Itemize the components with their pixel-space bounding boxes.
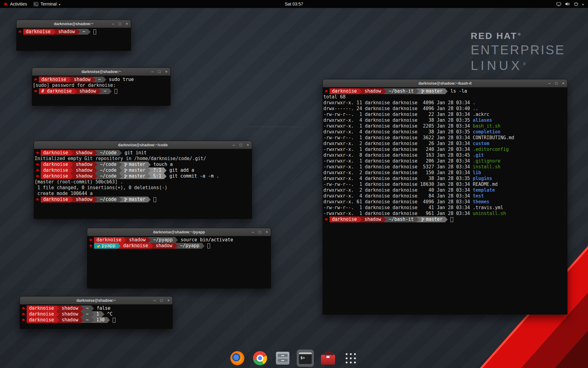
command-text: false: [97, 305, 111, 311]
terminal-line: -rwxrwxr-x. 1 darknoise darknoise 240 Ja…: [323, 147, 567, 152]
close-button[interactable]: [167, 298, 170, 302]
ls-line-meta: drwxrwxr-x. 4 darknoise darknoise 84 Jan…: [323, 193, 473, 199]
file-name: template: [473, 187, 495, 193]
terminal-window[interactable]: darknoise@shadow:~ darknoiseshadow~false…: [20, 296, 173, 329]
prompt-segment: shadow: [59, 311, 81, 317]
powerline-arrow: [359, 217, 362, 222]
window-title: darknoise@shadow:~: [76, 298, 116, 303]
clock[interactable]: Sat 03:57: [282, 0, 306, 8]
powerline-arrow: [56, 317, 59, 323]
maximize-button[interactable]: [119, 22, 121, 26]
prompt-segment: shadow: [56, 29, 77, 35]
window-titlebar[interactable]: darknoise@shadow:~: [17, 20, 131, 28]
close-button[interactable]: [165, 70, 168, 74]
file-name: install.sh: [473, 164, 500, 170]
redhat-prompt-icon: [34, 90, 38, 93]
prompt-segment: darknoise: [27, 317, 56, 323]
terminal-body[interactable]: darknoiseshadow~/codegit initInitialized…: [34, 149, 252, 219]
maximize-button[interactable]: [259, 230, 261, 234]
powerline-arrow: [148, 162, 151, 167]
dock-item-firefox[interactable]: [229, 350, 246, 367]
powerline-arrow: [104, 77, 106, 82]
prompt-segment: ?:1: [151, 167, 164, 173]
powerline-arrow: [202, 243, 205, 249]
close-button[interactable]: [247, 143, 249, 147]
dock-item-terminal[interactable]: [297, 350, 314, 367]
close-button[interactable]: [126, 22, 128, 26]
redhat-prompt-icon: [36, 163, 40, 166]
ls-line-meta: drwxrwxr-x. 4 darknoise darknoise 38 Jan…: [323, 129, 473, 135]
window-title: darknoise@shadow:~: [81, 70, 121, 74]
maximize-button[interactable]: [158, 70, 161, 74]
rhel-wordmark-line1: RED HAT®: [471, 31, 565, 41]
prompt-segment: S:1: [151, 173, 164, 179]
prompt-segment: master: [122, 173, 148, 179]
maximize-button[interactable]: [240, 143, 242, 147]
window-titlebar[interactable]: darknoise@shadow:~/pyapp: [87, 228, 271, 236]
prompt-segment: shadow: [73, 162, 95, 167]
window-titlebar[interactable]: darknoise@shadow:~: [32, 68, 170, 76]
desktop: RED HAT® ENTERPRISE LINUX® Activities Te…: [0, 0, 588, 368]
terminal-body[interactable]: darknoiseshadow~falsedarknoiseshadow~1^C…: [20, 305, 172, 329]
terminal-body[interactable]: darknoiseshadow~/bash-itmasterls -latota…: [323, 87, 567, 314]
minimize-button[interactable]: [153, 298, 156, 302]
powerline-arrow: [148, 173, 151, 179]
terminal-window[interactable]: darknoise@shadow:~ darknoiseshadow~: [16, 20, 131, 51]
powerline-arrow: [56, 311, 59, 317]
terminal-cursor: [153, 197, 156, 202]
window-titlebar[interactable]: darknoise@shadow:~: [20, 297, 172, 305]
branch-icon: [124, 163, 127, 167]
app-menu-terminal[interactable]: Terminal: [30, 0, 64, 8]
system-menu[interactable]: [552, 0, 588, 8]
activities-label: Activities: [10, 2, 27, 6]
terminal-window[interactable]: darknoise@shadow:~ darknoiseshadow~sudo …: [32, 67, 171, 106]
ls-line-meta: drwxrwxr-x. 4 darknoise darknoise 38 Jan…: [323, 176, 473, 182]
terminal-window[interactable]: darknoise@shadow:~/pyapp darknoiseshadow…: [87, 228, 271, 289]
dock-item-files[interactable]: [274, 350, 291, 367]
terminal-line: darknoiseshadow~/codemasterS:1git commit…: [35, 173, 251, 179]
dock-item-chrome[interactable]: [251, 350, 269, 367]
powerline-arrow: [107, 317, 110, 323]
window-titlebar[interactable]: darknoise@shadow:~/code: [34, 141, 252, 149]
output-text: create mode 100644 a: [35, 191, 93, 197]
minimize-button[interactable]: [112, 22, 114, 26]
powerline-arrow: [70, 173, 73, 179]
window-title: darknoise@shadow:~/bash-it: [418, 81, 472, 86]
dock-item-toolbox[interactable]: [319, 350, 337, 367]
command-text: source bin/activate: [181, 237, 233, 243]
chevron-down-icon: [59, 2, 60, 6]
maximize-button[interactable]: [160, 298, 163, 302]
close-button[interactable]: [562, 81, 564, 85]
powerline-arrow: [77, 29, 80, 35]
minimize-button[interactable]: [151, 70, 153, 74]
file-name: CONTRIBUTING.md: [473, 135, 514, 141]
terminal-line: darknoiseshadow~/codemastertouch a: [35, 162, 251, 167]
activities-button[interactable]: Activities: [0, 0, 30, 8]
window-titlebar[interactable]: darknoise@shadow:~/bash-it: [323, 79, 567, 87]
maximize-button[interactable]: [555, 81, 558, 85]
terminal-line: drwxrwxr-x. 11 darknoise darknoise 4096 …: [323, 100, 567, 106]
minimize-button[interactable]: [252, 230, 254, 234]
powerline-arrow: [93, 77, 96, 82]
terminal-window[interactable]: darknoise@shadow:~/bash-it darknoiseshad…: [322, 79, 567, 315]
terminal-body[interactable]: darknoiseshadow~: [17, 28, 131, 51]
powerline-arrow: [359, 88, 362, 94]
powerline-arrow: [95, 197, 97, 202]
terminal-body[interactable]: darknoiseshadow~sudo true[sudo] password…: [32, 76, 170, 105]
prompt-segment: shadow: [362, 217, 383, 222]
terminal-line: darknoiseshadow~1^C: [21, 311, 172, 317]
minimize-button[interactable]: [548, 81, 550, 85]
powerline-arrow: [175, 237, 178, 243]
command-text: git commit -a -m .: [169, 173, 219, 179]
prompt-segment: ~: [80, 29, 88, 35]
dock-item-show-apps[interactable]: [342, 350, 359, 367]
prompt-segment: darknoise: [41, 162, 70, 167]
powerline-arrow: [81, 305, 83, 311]
prompt-segment: ~/bash-it: [386, 217, 416, 222]
terminal-window[interactable]: darknoise@shadow:~/code darknoiseshadow~…: [34, 141, 252, 219]
minimize-button[interactable]: [233, 143, 235, 147]
file-name: uninstall.sh: [473, 211, 506, 217]
rhel-wordmark-line3: LINUX®: [471, 57, 565, 73]
close-button[interactable]: [266, 230, 268, 234]
terminal-body[interactable]: darknoiseshadow~/pyappsource bin/activat…: [87, 236, 271, 288]
